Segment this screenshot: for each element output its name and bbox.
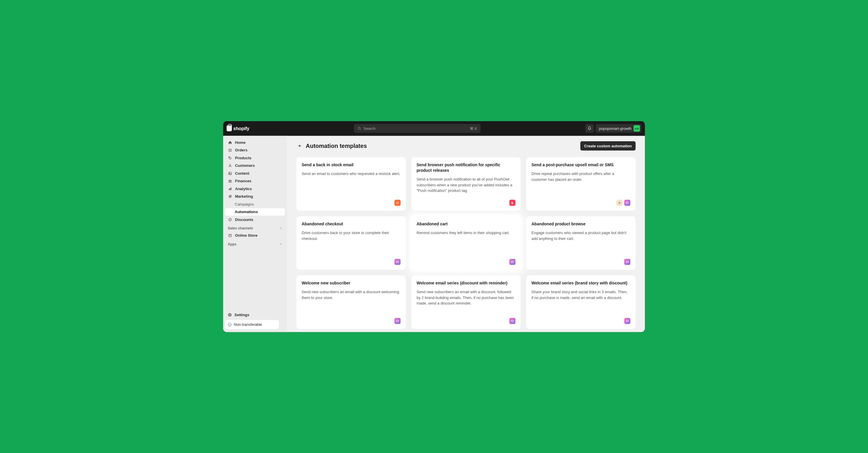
- search-input[interactable]: Search ⌘ K: [354, 124, 480, 133]
- card-description: Send new subscribers an email with a dis…: [416, 289, 516, 306]
- template-card[interactable]: Abandoned product browseEngage customers…: [526, 216, 636, 270]
- sidebar-item-label: Campaigns: [235, 202, 254, 207]
- chart-icon: [228, 187, 232, 191]
- card-footer: [531, 318, 630, 324]
- svg-point-3: [229, 157, 230, 158]
- non-transferable-pill[interactable]: Non-transferable: [225, 320, 279, 329]
- main-content: Automation templates Create custom autom…: [287, 136, 645, 332]
- search-shortcut: ⌘ K: [470, 126, 477, 131]
- app-window: shopify Search ⌘ K popupsmart-growth pop: [223, 121, 645, 332]
- sidebar-sub-campaigns[interactable]: Campaigns: [225, 201, 285, 208]
- template-card[interactable]: Welcome email series (discount with remi…: [411, 276, 521, 329]
- svg-rect-18: [619, 202, 620, 202]
- template-card[interactable]: Send a post-purchase upsell email or SMS…: [526, 157, 636, 211]
- card-description: Send an email to customers who requested…: [302, 171, 401, 176]
- svg-point-11: [229, 196, 230, 197]
- card-title: Welcome new subscriber: [302, 280, 401, 286]
- sidebar-item-orders[interactable]: Orders: [225, 146, 285, 154]
- card-footer: [302, 200, 401, 206]
- svg-point-4: [229, 164, 231, 165]
- template-card[interactable]: Send a back in stock emailSend an email …: [297, 157, 406, 211]
- sidebar-item-finances[interactable]: Finances: [225, 177, 285, 185]
- chevron-right-icon: [280, 243, 282, 246]
- card-footer: [302, 259, 401, 265]
- notifications-button[interactable]: [585, 124, 594, 133]
- info-icon: [228, 322, 232, 327]
- svg-rect-23: [396, 320, 399, 322]
- sidebar-item-label: Online Store: [235, 233, 257, 238]
- template-card[interactable]: Abandoned cartRemind customers they left…: [411, 216, 521, 270]
- sidebar-item-label: Orders: [235, 148, 248, 152]
- card-title: Welcome email series (discount with remi…: [416, 280, 516, 286]
- bank-icon: [228, 179, 232, 183]
- tag-icon: [228, 156, 232, 160]
- shopify-wordmark: shopify: [233, 126, 249, 131]
- template-card[interactable]: Welcome new subscriberSend new subscribe…: [297, 276, 406, 329]
- card-description: Engage customers who viewed a product pa…: [531, 230, 630, 241]
- svg-point-6: [229, 173, 230, 173]
- card-title: Send a back in stock email: [302, 162, 401, 168]
- search-icon: [358, 126, 361, 131]
- section-label: Sales channels: [228, 226, 253, 230]
- sidebar-item-online-store[interactable]: Online Store: [225, 232, 285, 239]
- template-card[interactable]: Send browser push notification for speci…: [411, 157, 521, 211]
- app-badge-mail: [395, 318, 401, 324]
- sidebar-item-label: Marketing: [235, 194, 253, 199]
- app-badge-mail: [624, 200, 630, 206]
- image-icon: [228, 171, 232, 175]
- store-switcher[interactable]: popupsmart-growth pop: [596, 124, 642, 133]
- svg-rect-20: [396, 261, 399, 263]
- sidebar-item-label: Analytics: [235, 187, 252, 191]
- template-card[interactable]: Welcome email series (brand story with d…: [526, 276, 636, 329]
- card-description: Drive repeat purchases with product offe…: [531, 171, 630, 182]
- app-badge-red: [509, 200, 516, 206]
- app-badge-mail: [509, 259, 516, 265]
- card-footer: [416, 259, 516, 265]
- store-icon: [228, 233, 232, 237]
- shopify-logo[interactable]: shopify: [226, 125, 249, 131]
- orders-icon: [228, 148, 232, 152]
- svg-rect-7: [229, 189, 229, 190]
- apps-header[interactable]: Apps: [225, 239, 285, 248]
- sidebar-item-content[interactable]: Content: [225, 170, 285, 177]
- sidebar-item-label: Products: [235, 156, 251, 161]
- back-button[interactable]: [297, 143, 303, 149]
- bell-icon: [588, 126, 592, 131]
- sidebar-item-label: Content: [235, 171, 249, 176]
- svg-rect-5: [229, 172, 231, 175]
- template-card[interactable]: Abandoned checkoutDrive customers back t…: [297, 216, 406, 270]
- sidebar-item-label: Settings: [235, 313, 249, 317]
- svg-rect-22: [626, 261, 628, 263]
- person-icon: [228, 164, 232, 167]
- sidebar-item-home[interactable]: Home: [225, 139, 285, 146]
- topbar-right: popupsmart-growth pop: [585, 124, 642, 133]
- sidebar-item-discounts[interactable]: Discounts: [225, 216, 285, 224]
- sidebar-item-label: Finances: [235, 179, 251, 183]
- chevron-right-icon: [280, 227, 282, 230]
- sales-channels-header[interactable]: Sales channels: [225, 224, 285, 231]
- sidebar-item-customers[interactable]: Customers: [225, 162, 285, 169]
- card-description: Share your brand story and social links …: [531, 289, 630, 300]
- sidebar: Home Orders Products Customers Content F…: [223, 136, 287, 332]
- section-label: Apps: [228, 242, 237, 246]
- pill-label: Non-transferable: [234, 322, 262, 327]
- card-description: Remind customers they left items in thei…: [416, 230, 516, 235]
- card-footer: [531, 259, 630, 265]
- svg-rect-24: [511, 320, 514, 322]
- arrow-left-icon: [298, 144, 302, 148]
- sidebar-item-label: Home: [235, 140, 246, 145]
- card-footer: [302, 318, 401, 324]
- sidebar-item-settings[interactable]: Settings: [225, 311, 285, 319]
- sidebar-item-products[interactable]: Products: [225, 154, 285, 162]
- sidebar-item-label: Customers: [235, 163, 255, 168]
- page-title: Automation templates: [306, 142, 367, 149]
- card-title: Abandoned checkout: [302, 221, 401, 227]
- target-icon: [228, 195, 232, 198]
- card-description: Send new subscribers an email with a dis…: [302, 289, 401, 300]
- svg-point-0: [358, 127, 361, 130]
- sidebar-item-marketing[interactable]: Marketing: [225, 193, 285, 200]
- create-automation-button[interactable]: Create custom automation: [580, 141, 636, 150]
- sidebar-sub-automations[interactable]: Automations: [225, 208, 285, 216]
- app-badge-orange: [395, 200, 401, 206]
- sidebar-item-analytics[interactable]: Analytics: [225, 185, 285, 193]
